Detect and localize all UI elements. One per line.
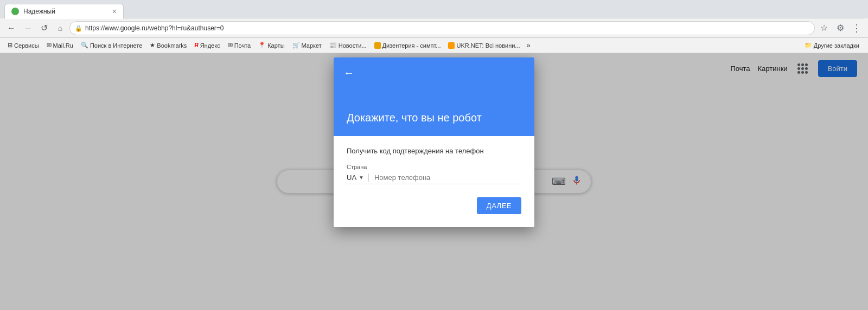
reload-button[interactable]: ↺: [37, 21, 51, 35]
modal-title: Докажите, что вы не робот: [347, 112, 521, 124]
modal-actions: ДАЛЕЕ: [347, 197, 521, 214]
extensions-button[interactable]: ⚙: [833, 21, 847, 35]
country-selector[interactable]: UA ▼: [347, 173, 369, 182]
back-button[interactable]: ←: [4, 21, 18, 35]
news-icon: 📰: [329, 42, 337, 49]
modal-header: ← Докажите, что вы не робот: [334, 57, 534, 136]
bookmark-market[interactable]: 🛒 Маркет: [289, 41, 325, 50]
modal-body: Получить код подтверждения на телефон Ст…: [334, 136, 534, 227]
maps-icon: 📍: [258, 42, 266, 49]
ukrnet-favicon: [448, 42, 455, 49]
address-bar-container: 🔒: [69, 21, 815, 35]
bookmark-mailru[interactable]: ✉ Mail.Ru: [43, 41, 76, 50]
bookmark-news[interactable]: 📰 Новости...: [326, 41, 370, 50]
more-bookmarks-button[interactable]: »: [525, 40, 533, 50]
yandex-icon: Я: [194, 42, 198, 48]
bookmark-services[interactable]: ⊞ Сервисы: [4, 41, 42, 50]
bookmark-maps[interactable]: 📍 Карты: [255, 41, 288, 50]
browser-chrome: Надежный × ← → ↺ ⌂ 🔒 ☆ ⚙ ⋮ ⊞ Сервисы ✉ M…: [0, 0, 868, 53]
modal-dialog: ← Докажите, что вы не робот Получить код…: [334, 57, 534, 227]
modal-description: Получить код подтверждения на телефон: [347, 147, 521, 155]
next-button[interactable]: ДАЛЕЕ: [477, 197, 521, 214]
home-button[interactable]: ⌂: [53, 21, 67, 35]
bookmark-disease[interactable]: Дизентерия - симпт...: [371, 41, 444, 50]
bookmark-other[interactable]: 📁 Другие закладки: [800, 41, 864, 50]
tab-bar: Надежный ×: [0, 0, 868, 18]
tab-favicon: [11, 8, 19, 15]
bookmark-search[interactable]: 🔍 Поиск в Интернете: [78, 41, 145, 50]
mail-icon: ✉: [228, 42, 233, 49]
bookmark-star-button[interactable]: ☆: [817, 21, 831, 35]
market-icon: 🛒: [292, 42, 300, 49]
address-bar-row: ← → ↺ ⌂ 🔒 ☆ ⚙ ⋮: [0, 18, 868, 38]
tab-title: Надежный: [23, 8, 108, 15]
bookmark-bookmarks[interactable]: ★ Bookmarks: [146, 41, 190, 50]
menu-button[interactable]: ⋮: [850, 21, 864, 35]
lock-icon: 🔒: [75, 24, 82, 31]
star-icon: ★: [150, 42, 155, 49]
forward-button[interactable]: →: [21, 21, 35, 35]
modal-back-button[interactable]: ←: [340, 64, 358, 81]
address-input[interactable]: [69, 21, 815, 35]
bookmark-yandex[interactable]: Я Яндекс: [191, 41, 223, 50]
country-label: Страна: [347, 164, 521, 170]
bookmark-ukrnet[interactable]: UKR.NET: Всі новини...: [445, 41, 523, 50]
phone-number-input[interactable]: [374, 173, 521, 182]
phone-input-row: UA ▼: [347, 173, 521, 184]
bookmarks-bar: ⊞ Сервисы ✉ Mail.Ru 🔍 Поиск в Интернете …: [0, 38, 868, 53]
disease-favicon: [374, 42, 381, 49]
active-tab[interactable]: Надежный ×: [4, 4, 124, 19]
mailru-icon: ✉: [47, 42, 52, 49]
folder-icon: 📁: [805, 42, 812, 49]
page-content: Почта Картинки Войти ⌨: [0, 53, 868, 310]
bookmark-mail[interactable]: ✉ Почта: [225, 41, 254, 50]
dropdown-arrow-icon: ▼: [359, 175, 364, 180]
tab-close-icon[interactable]: ×: [112, 7, 117, 16]
search-icon: 🔍: [81, 42, 88, 49]
services-icon: ⊞: [8, 42, 12, 49]
country-code: UA: [347, 173, 356, 182]
modal-overlay: ← Докажите, что вы не робот Получить код…: [0, 53, 868, 310]
